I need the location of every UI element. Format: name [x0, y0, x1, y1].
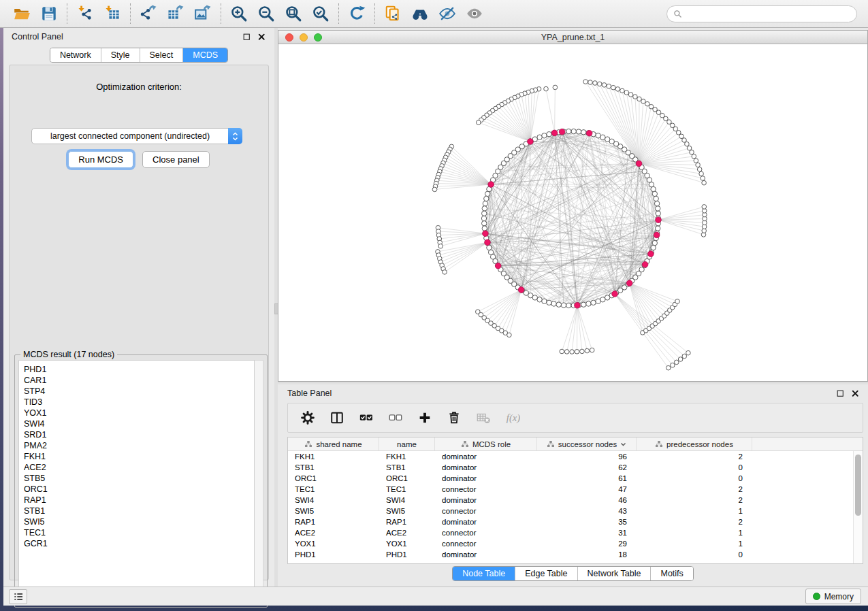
table-scrollbar[interactable]	[853, 451, 863, 563]
cell-mcds_role[interactable]: dominator	[435, 550, 537, 559]
cell-successor_nodes[interactable]: 47	[537, 485, 637, 493]
memory-button[interactable]: Memory	[805, 589, 861, 604]
mcds-result-item[interactable]: SWI4	[24, 418, 254, 429]
cell-predecessor_nodes[interactable]: 1	[637, 507, 752, 515]
cell-name[interactable]: PHD1	[379, 550, 435, 559]
table-row[interactable]: RAP1RAP1dominator352	[288, 516, 853, 527]
cell-successor_nodes[interactable]: 18	[537, 550, 637, 559]
mcds-result-item[interactable]: SWI5	[24, 516, 254, 527]
search-input[interactable]	[686, 10, 850, 19]
select-all-columns-button[interactable]	[357, 409, 375, 427]
mcds-result-item[interactable]: STP4	[24, 386, 254, 397]
mcds-result-item[interactable]: FKH1	[24, 451, 254, 462]
cell-mcds_role[interactable]: dominator	[435, 518, 537, 526]
cell-shared_name[interactable]: TEC1	[288, 485, 379, 493]
mcds-result-item[interactable]: CAR1	[24, 375, 254, 386]
mcds-result-item[interactable]: SRD1	[24, 429, 254, 440]
mcds-result-item[interactable]: YOX1	[24, 408, 254, 418]
column-header-shared_name[interactable]: shared name	[288, 437, 379, 450]
cell-successor_nodes[interactable]: 46	[537, 496, 637, 504]
mcds-result-item[interactable]: STB1	[24, 506, 254, 516]
cell-mcds_role[interactable]: dominator	[435, 463, 537, 472]
task-history-button[interactable]	[9, 589, 27, 604]
cell-name[interactable]: YOX1	[379, 540, 435, 548]
open-session-button[interactable]	[10, 3, 33, 24]
export-table-button[interactable]	[164, 3, 187, 24]
cell-name[interactable]: SWI4	[379, 496, 435, 504]
mcds-result-item[interactable]: ORC1	[24, 484, 254, 495]
cell-predecessor_nodes[interactable]: 1	[637, 540, 752, 548]
cell-mcds_role[interactable]: connector	[435, 485, 537, 493]
cell-shared_name[interactable]: SWI4	[288, 496, 379, 504]
run-mcds-button[interactable]: Run MCDS	[68, 151, 133, 168]
cell-name[interactable]: TEC1	[379, 485, 435, 493]
cell-predecessor_nodes[interactable]: 2	[637, 452, 752, 461]
zoom-out-button[interactable]	[255, 3, 278, 24]
cell-predecessor_nodes[interactable]: 2	[637, 485, 752, 493]
table-scrollbar-thumb[interactable]	[855, 455, 861, 516]
tab-edge-table[interactable]: Edge Table	[515, 567, 577, 580]
mcds-result-item[interactable]: GCR1	[24, 538, 254, 549]
network-canvas[interactable]	[278, 44, 867, 381]
cell-predecessor_nodes[interactable]: 0	[637, 463, 752, 472]
mcds-result-item[interactable]: TID3	[24, 397, 254, 408]
table-row[interactable]: SWI5SWI5connector431	[288, 506, 853, 516]
mcds-result-item[interactable]: RAP1	[24, 495, 254, 506]
import-table-button[interactable]	[101, 3, 124, 24]
cell-predecessor_nodes[interactable]: 2	[637, 518, 752, 526]
tab-mcds[interactable]: MCDS	[182, 48, 227, 62]
cell-shared_name[interactable]: PHD1	[288, 550, 379, 559]
cell-name[interactable]: RAP1	[379, 518, 435, 526]
optimization-criterion-select[interactable]: largest connected component (undirected)	[31, 128, 242, 144]
cell-mcds_role[interactable]: connector	[435, 529, 537, 537]
hide-selection-button[interactable]	[436, 3, 459, 24]
mcds-result-item[interactable]: PHD1	[24, 364, 254, 375]
table-row[interactable]: STB1STB1dominator620	[288, 462, 853, 473]
apply-layout-button[interactable]	[345, 3, 368, 24]
cell-mcds_role[interactable]: dominator	[435, 474, 537, 482]
column-header-name[interactable]: name	[379, 437, 435, 450]
export-network-button[interactable]	[137, 3, 160, 24]
cell-name[interactable]: ORC1	[379, 474, 435, 482]
cell-shared_name[interactable]: RAP1	[288, 518, 379, 526]
zoom-in-button[interactable]	[227, 3, 251, 24]
cell-shared_name[interactable]: SWI5	[288, 507, 379, 515]
cell-predecessor_nodes[interactable]: 0	[637, 550, 752, 559]
mcds-result-item[interactable]: STB5	[24, 473, 254, 484]
table-row[interactable]: ACE2ACE2connector311	[288, 527, 853, 538]
save-session-button[interactable]	[37, 3, 61, 24]
add-column-button[interactable]	[416, 409, 434, 427]
column-header-successor_nodes[interactable]: successor nodes	[537, 437, 637, 450]
close-panel-icon[interactable]	[257, 33, 266, 42]
cell-name[interactable]: ACE2	[379, 529, 435, 537]
cell-successor_nodes[interactable]: 96	[537, 452, 637, 461]
cell-successor_nodes[interactable]: 61	[537, 474, 637, 482]
table-row[interactable]: SWI4SWI4dominator462	[288, 495, 853, 506]
cell-successor_nodes[interactable]: 29	[537, 540, 637, 548]
cell-predecessor_nodes[interactable]: 0	[637, 474, 752, 482]
cell-mcds_role[interactable]: connector	[435, 507, 537, 515]
table-row[interactable]: TEC1TEC1connector472	[288, 484, 853, 495]
cell-name[interactable]: STB1	[379, 463, 435, 472]
cell-shared_name[interactable]: STB1	[288, 463, 379, 472]
cell-name[interactable]: FKH1	[379, 452, 435, 461]
cell-mcds_role[interactable]: connector	[435, 540, 537, 548]
tab-style[interactable]: Style	[101, 48, 140, 62]
close-panel-button[interactable]: Close panel	[142, 151, 210, 168]
cell-mcds_role[interactable]: dominator	[435, 452, 537, 461]
mcds-result-item[interactable]: ACE2	[24, 462, 254, 473]
table-row[interactable]: FKH1FKH1dominator962	[288, 451, 853, 462]
cell-predecessor_nodes[interactable]: 2	[637, 496, 752, 504]
cell-shared_name[interactable]: ACE2	[288, 529, 379, 537]
mcds-result-list[interactable]: PHD1CAR1STP4TID3YOX1SWI4SRD1PMA2FKH1ACE2…	[18, 360, 255, 603]
network-graph[interactable]	[278, 44, 867, 381]
mcds-result-item[interactable]: PMA2	[24, 440, 254, 451]
search-box[interactable]	[666, 5, 857, 22]
float-table-panel-icon[interactable]	[836, 389, 845, 398]
cell-shared_name[interactable]: YOX1	[288, 540, 379, 548]
cell-successor_nodes[interactable]: 43	[537, 507, 637, 515]
float-panel-icon[interactable]	[242, 33, 251, 42]
table-row[interactable]: PHD1PHD1dominator180	[288, 549, 853, 560]
delete-columns-button[interactable]	[445, 409, 463, 427]
split-view-button[interactable]	[328, 409, 346, 427]
